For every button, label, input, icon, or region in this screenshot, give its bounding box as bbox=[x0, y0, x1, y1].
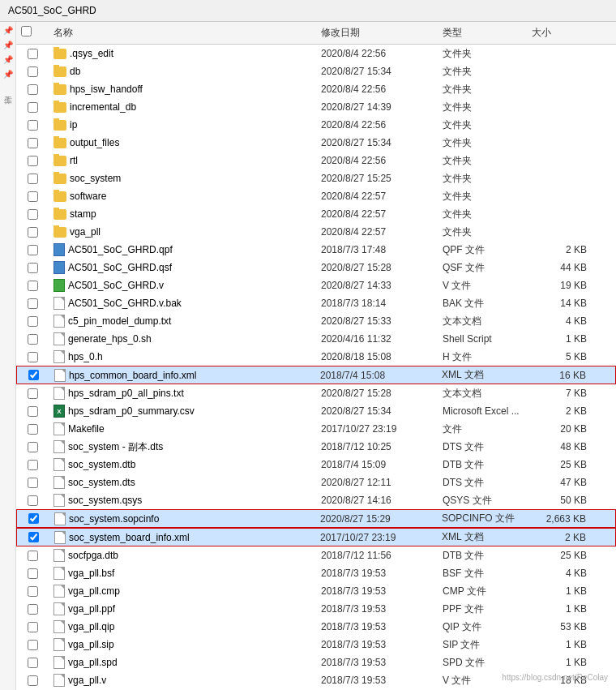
row-size: 16 KB bbox=[526, 369, 591, 382]
table-row[interactable]: software 2020/8/4 22:57 文件夹 bbox=[16, 187, 616, 205]
table-row[interactable]: soc_system_board_info.xml 2017/10/27 23:… bbox=[16, 528, 616, 546]
row-type: 文本文档 bbox=[438, 386, 527, 401]
row-checkbox[interactable] bbox=[28, 442, 38, 452]
row-extra bbox=[591, 537, 615, 538]
table-row[interactable]: c5_pin_model_dump.txt 2020/8/27 15:33 文本… bbox=[16, 312, 616, 330]
table-row[interactable]: vga_pll.sip 2018/7/3 19:53 SIP 文件 1 KB bbox=[16, 636, 616, 654]
row-type: CMP 文件 bbox=[438, 584, 527, 599]
row-checkbox-cell bbox=[17, 369, 49, 381]
table-row[interactable]: vga_pll.ppf 2018/7/3 19:53 PPF 文件 1 KB bbox=[16, 600, 616, 618]
row-checkbox[interactable] bbox=[28, 478, 38, 488]
file-name: generate_hps_0.sh bbox=[68, 333, 152, 345]
row-date: 2018/7/4 15:09 bbox=[316, 458, 438, 471]
row-name-cell: vga_pll bbox=[49, 225, 316, 238]
header-name[interactable]: 名称 bbox=[49, 24, 316, 41]
row-checkbox[interactable] bbox=[28, 513, 39, 524]
table-row[interactable]: AC501_SoC_GHRD.qsf 2020/8/27 15:28 QSF 文… bbox=[16, 259, 616, 276]
table-row[interactable]: Makefile 2017/10/27 23:19 文件 20 KB bbox=[16, 420, 616, 438]
table-row[interactable]: AC501_SoC_GHRD.qpf 2018/7/3 17:48 QPF 文件… bbox=[16, 241, 616, 259]
row-checkbox[interactable] bbox=[28, 316, 38, 327]
row-checkbox[interactable] bbox=[28, 298, 38, 309]
row-checkbox[interactable] bbox=[28, 568, 38, 579]
header-size[interactable]: 大小 bbox=[527, 24, 592, 41]
table-row[interactable]: .qsys_edit 2020/8/4 22:56 文件夹 bbox=[16, 45, 616, 62]
row-date: 2020/8/27 15:28 bbox=[316, 261, 438, 274]
table-row[interactable]: soc_system 2020/8/27 15:25 文件夹 bbox=[16, 169, 616, 187]
file-name: vga_pll.sip bbox=[68, 639, 114, 650]
row-checkbox[interactable] bbox=[28, 352, 38, 362]
sidebar-pin-3[interactable]: 📌 bbox=[3, 54, 12, 64]
select-all-checkbox[interactable] bbox=[21, 26, 32, 36]
row-name-cell: hps_0.h bbox=[49, 349, 316, 364]
table-row[interactable]: incremental_db 2020/8/27 14:39 文件夹 bbox=[16, 98, 616, 116]
row-checkbox[interactable] bbox=[28, 424, 38, 435]
table-row[interactable]: vga_pll.cmp 2018/7/3 19:53 CMP 文件 1 KB bbox=[16, 582, 616, 600]
row-checkbox[interactable] bbox=[28, 586, 38, 597]
row-checkbox[interactable] bbox=[28, 675, 38, 686]
row-checkbox[interactable] bbox=[28, 227, 38, 238]
row-checkbox[interactable] bbox=[28, 640, 38, 650]
table-row[interactable]: soc_system.dts 2020/8/27 12:11 DTS 文件 47… bbox=[16, 474, 616, 491]
sidebar-pin-4[interactable]: 📌 bbox=[3, 69, 12, 79]
row-checkbox[interactable] bbox=[28, 84, 38, 95]
row-checkbox[interactable] bbox=[28, 388, 38, 399]
folder-icon bbox=[53, 191, 66, 202]
row-checkbox[interactable] bbox=[28, 66, 38, 77]
row-checkbox[interactable] bbox=[28, 138, 38, 148]
row-date: 2020/8/4 22:57 bbox=[316, 208, 438, 221]
row-checkbox[interactable] bbox=[28, 551, 38, 561]
row-checkbox[interactable] bbox=[28, 156, 38, 166]
table-row[interactable]: vga_pll 2020/8/4 22:57 文件夹 bbox=[16, 223, 616, 241]
row-checkbox-cell bbox=[16, 66, 49, 78]
table-row[interactable]: vga_pll.qip 2018/7/3 19:53 QIP 文件 53 KB bbox=[16, 618, 616, 636]
row-checkbox[interactable] bbox=[28, 658, 38, 668]
table-row[interactable]: db 2020/8/27 15:34 文件夹 bbox=[16, 62, 616, 80]
row-checkbox[interactable] bbox=[28, 49, 38, 59]
table-row[interactable]: hps_0.h 2020/8/18 15:08 H 文件 5 KB bbox=[16, 348, 616, 366]
table-row[interactable]: vga_pll.bsf 2018/7/3 19:53 BSF 文件 4 KB bbox=[16, 564, 616, 582]
row-checkbox[interactable] bbox=[28, 120, 38, 131]
sidebar-pin-2[interactable]: 📌 bbox=[3, 40, 12, 49]
table-row[interactable]: socfpga.dtb 2018/7/12 11:56 DTB 文件 25 KB bbox=[16, 546, 616, 564]
table-row[interactable]: ip 2020/8/4 22:56 文件夹 bbox=[16, 116, 616, 134]
header-date[interactable]: 修改日期 bbox=[316, 24, 438, 41]
table-row[interactable]: soc_system.qsys 2020/8/27 14:16 QSYS 文件 … bbox=[16, 491, 616, 509]
row-checkbox[interactable] bbox=[28, 191, 38, 202]
table-row[interactable]: vga_pll.spd 2018/7/3 19:53 SPD 文件 1 KB bbox=[16, 654, 616, 671]
row-type: DTB 文件 bbox=[438, 548, 527, 564]
table-row[interactable]: hps_isw_handoff 2020/8/4 22:56 文件夹 bbox=[16, 80, 616, 98]
row-checkbox[interactable] bbox=[28, 209, 38, 220]
table-row[interactable]: stamp 2020/8/4 22:57 文件夹 bbox=[16, 205, 616, 223]
table-row[interactable]: generate_hps_0.sh 2020/4/16 11:32 Shell … bbox=[16, 330, 616, 348]
table-row[interactable]: hps_common_board_info.xml 2018/7/4 15:08… bbox=[16, 366, 616, 384]
table-row[interactable]: soc_system.dtb 2018/7/4 15:09 DTB 文件 25 … bbox=[16, 456, 616, 474]
row-checkbox[interactable] bbox=[28, 495, 38, 506]
sidebar-pin-1[interactable]: 📌 bbox=[3, 25, 12, 35]
row-checkbox[interactable] bbox=[28, 604, 38, 615]
row-checkbox[interactable] bbox=[28, 406, 38, 417]
row-checkbox[interactable] bbox=[28, 334, 38, 345]
row-checkbox[interactable] bbox=[28, 174, 38, 184]
row-checkbox[interactable] bbox=[28, 532, 39, 542]
row-checkbox[interactable] bbox=[28, 370, 39, 380]
table-row[interactable]: soc_system - 副本.dts 2018/7/12 10:25 DTS … bbox=[16, 438, 616, 456]
table-row[interactable]: rtl 2020/8/4 22:56 文件夹 bbox=[16, 152, 616, 169]
row-checkbox[interactable] bbox=[28, 263, 38, 273]
file-icon bbox=[53, 620, 65, 633]
row-date: 2020/4/16 11:32 bbox=[316, 332, 438, 345]
row-date: 2020/8/27 15:29 bbox=[315, 512, 437, 525]
table-row[interactable]: AC501_SoC_GHRD.v.bak 2018/7/3 18:14 BAK … bbox=[16, 294, 616, 312]
row-checkbox[interactable] bbox=[28, 245, 38, 255]
row-checkbox[interactable] bbox=[28, 460, 38, 470]
table-row[interactable]: hps_sdram_p0_all_pins.txt 2020/8/27 15:2… bbox=[16, 384, 616, 402]
table-row[interactable]: soc_system.sopcinfo 2020/8/27 15:29 SOPC… bbox=[16, 509, 616, 528]
row-checkbox[interactable] bbox=[28, 622, 38, 632]
row-checkbox[interactable] bbox=[28, 281, 38, 291]
table-row[interactable]: AC501_SoC_GHRD.v 2020/8/27 14:33 V 文件 19… bbox=[16, 276, 616, 294]
header-type[interactable]: 类型 bbox=[438, 24, 527, 41]
file-name: ip bbox=[70, 119, 77, 131]
table-row[interactable]: X hps_sdram_p0_summary.csv 2020/8/27 15:… bbox=[16, 402, 616, 420]
table-row[interactable]: output_files 2020/8/27 15:34 文件夹 bbox=[16, 134, 616, 152]
row-name-cell: soc_system - 副本.dts bbox=[49, 439, 316, 455]
row-checkbox[interactable] bbox=[28, 102, 38, 113]
